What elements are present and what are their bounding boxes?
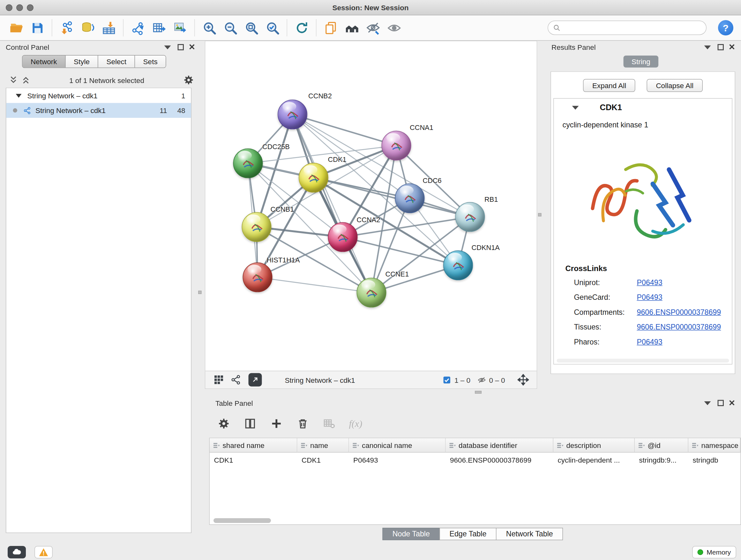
export-image-button[interactable] [170,18,191,38]
uniprot-link[interactable]: P06493 [636,278,662,287]
close-window-button[interactable] [6,4,12,11]
detach-view-button[interactable] [249,373,262,387]
cell-canonical-name[interactable]: P06493 [349,453,446,467]
tab-edge-table[interactable]: Edge Table [440,528,496,540]
network-collection-row[interactable]: String Network – cdk1 1 [6,88,191,103]
export-network-button[interactable] [127,18,148,38]
gene-section-header[interactable]: CDK1 [554,99,732,117]
close-panel-icon[interactable]: ✕ [189,43,195,51]
cell-database-identifier[interactable]: 9606.ENSP00000378699 [446,453,554,467]
import-table-button[interactable] [98,18,119,38]
cell-shared-name[interactable]: CDK1 [210,453,297,467]
zoom-in-button[interactable] [199,18,220,38]
add-column-icon[interactable] [270,417,283,430]
refresh-network-button[interactable] [291,18,312,38]
float-panel-icon[interactable] [718,44,724,51]
close-panel-icon[interactable]: ✕ [729,43,735,51]
eye-slash-icon[interactable] [477,375,486,384]
network-overview-button[interactable] [230,374,242,386]
tab-network[interactable]: Network [23,56,65,68]
network-node-CCNB1[interactable] [242,212,272,242]
close-panel-icon[interactable]: ✕ [729,399,735,408]
network-node-CCNA1[interactable] [382,131,411,161]
network-row-selected[interactable]: String Network – cdk1 11 48 [6,103,191,118]
title-bar[interactable]: Session: New Session [0,0,741,15]
minimize-window-button[interactable] [16,4,23,11]
results-tab-string[interactable]: String [623,56,659,68]
houses-button[interactable] [341,18,362,38]
panel-menu-icon[interactable] [704,45,711,49]
delete-column-icon[interactable] [296,417,310,430]
show-columns-icon[interactable] [244,417,257,430]
hide-graphics-details-button[interactable] [362,18,384,38]
show-graphics-details-button[interactable] [384,18,405,38]
network-edge[interactable] [293,115,397,146]
tree-expand-icon[interactable] [16,94,22,98]
column-header-database-identifier[interactable]: database identifier [446,438,554,453]
cell-name[interactable]: CDK1 [297,453,349,467]
warnings-button[interactable] [35,546,53,558]
gear-icon[interactable] [183,74,194,86]
search-field[interactable] [548,21,706,35]
pharos-link[interactable]: P06493 [636,338,662,346]
horizontal-splitter-handle[interactable] [475,391,482,394]
tab-node-table[interactable]: Node Table [382,528,440,540]
pan-mode-button[interactable] [518,374,529,386]
float-panel-icon[interactable] [718,400,724,407]
column-header-name[interactable]: name [297,438,349,453]
import-network-database-button[interactable] [77,18,98,38]
genecard-link[interactable]: P06493 [636,293,662,301]
zoom-fit-button[interactable] [241,18,262,38]
column-header-description[interactable]: description [553,438,635,453]
network-node-HIST1H1A[interactable] [243,262,273,292]
import-network-file-button[interactable] [56,18,77,38]
help-button[interactable]: ? [718,20,733,36]
cell-description[interactable]: cyclin-dependent ... [553,453,635,467]
network-node-CCNA2[interactable] [328,222,358,252]
network-node-CDC25B[interactable] [233,148,263,178]
left-splitter-handle[interactable] [198,291,202,294]
network-node-CDK1[interactable] [299,163,328,192]
network-node-CCNB2[interactable] [278,100,307,129]
tab-sets[interactable]: Sets [135,56,166,68]
checkbox-icon[interactable] [442,375,452,384]
tab-style[interactable]: Style [65,56,98,68]
cell-namespace[interactable]: stringdb [688,453,741,467]
table-row[interactable]: CDK1 CDK1 P06493 9606.ENSP00000378699 cy… [210,453,741,467]
column-header-canonical-name[interactable]: canonical name [349,438,446,453]
expand-all-button[interactable]: Expand All [583,79,635,92]
compartments-link[interactable]: 9606.ENSP00000378699 [636,308,721,316]
column-header-shared-name[interactable]: shared name [210,438,297,453]
tab-network-table[interactable]: Network Table [496,528,563,540]
collapse-all-chevrons-icon[interactable] [21,75,30,85]
collapse-all-button[interactable]: Collapse All [647,79,703,92]
birdseye-view-button[interactable] [213,374,225,386]
network-node-CCNE1[interactable] [357,278,387,307]
export-table-button[interactable] [148,18,170,38]
scrollbar-thumb[interactable] [213,518,271,523]
network-edge[interactable] [314,178,470,217]
search-input[interactable] [563,24,701,32]
column-header-id[interactable]: @id [635,438,688,453]
panel-menu-icon[interactable] [164,45,171,49]
table-settings-gear-icon[interactable] [217,417,230,430]
zoom-window-button[interactable] [27,4,33,11]
network-canvas[interactable]: CCNB2CCNA1CDC25BCDK1CDC6RB1CCNB1CCNA2CDK… [205,41,537,371]
float-panel-icon[interactable] [178,44,184,51]
open-session-button[interactable] [6,18,27,38]
table-horizontal-scrollbar[interactable] [212,518,738,523]
zoom-out-button[interactable] [220,18,241,38]
network-node-RB1[interactable] [455,202,485,232]
network-node-CDKN1A[interactable] [443,251,473,280]
tissues-link[interactable]: 9606.ENSP00000378699 [636,323,721,331]
duplicate-document-button[interactable] [320,18,341,38]
cell-id[interactable]: stringdb:9... [635,453,688,467]
memory-button[interactable]: Memory [692,546,736,558]
zoom-selected-button[interactable] [262,18,283,38]
tab-select[interactable]: Select [98,56,135,68]
network-edge[interactable] [258,277,372,293]
network-edge[interactable] [293,115,372,293]
results-scrollbar[interactable] [557,359,729,363]
right-splitter-handle[interactable] [538,213,542,217]
network-node-CDC6[interactable] [395,184,425,213]
